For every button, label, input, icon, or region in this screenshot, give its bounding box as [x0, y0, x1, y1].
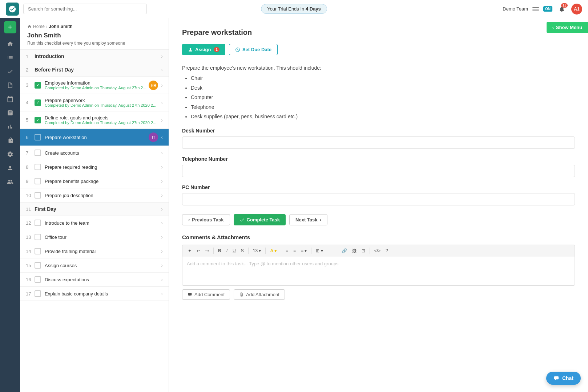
telephone-number-input[interactable]: [182, 165, 575, 177]
user-avatar[interactable]: A1: [571, 4, 582, 15]
notification-bell[interactable]: 11: [557, 4, 567, 14]
task-item-4[interactable]: 4 Prepare paperwork Completed by Demo Ad…: [20, 94, 169, 111]
editor-help[interactable]: ?: [384, 247, 390, 254]
task-checkbox-9[interactable]: [35, 178, 41, 184]
add-comment-button[interactable]: Add Comment: [182, 289, 230, 300]
task-checkbox-4[interactable]: [35, 99, 41, 106]
sidebar-icon-calendar[interactable]: [4, 93, 16, 105]
task-item-5[interactable]: 5 Define role, goals and projects Comple…: [20, 111, 169, 129]
sidebar-icon-check[interactable]: [4, 65, 16, 78]
editor-color[interactable]: A ▾: [268, 247, 278, 254]
task-checkbox-3[interactable]: [35, 82, 41, 89]
pc-number-group: PC Number: [182, 184, 575, 205]
complete-task-button[interactable]: Complete Task: [234, 214, 286, 225]
editor-code[interactable]: </>: [372, 247, 382, 254]
show-menu-button[interactable]: ‹ Show Menu: [547, 22, 588, 33]
task-item-8[interactable]: 8 Prepare required reading ›: [20, 160, 169, 174]
task-checkbox-12[interactable]: [35, 220, 41, 226]
sidebar-icon-document[interactable]: [4, 79, 16, 91]
task-name-10: Prepare job description: [45, 193, 161, 198]
checklist-header: Home / John Smith John Smith Run this ch…: [20, 18, 169, 50]
task-item-14[interactable]: 14 Provide training material ›: [20, 244, 169, 258]
editor-hr[interactable]: —: [326, 247, 334, 254]
chat-button[interactable]: Chat: [546, 372, 581, 385]
editor-underline[interactable]: U: [231, 247, 238, 254]
set-due-date-button[interactable]: Set Due Date: [229, 44, 278, 55]
task-name-7: Create accounts: [45, 150, 161, 156]
task-checkbox-17[interactable]: [35, 290, 41, 297]
task-checkbox-15[interactable]: [35, 262, 41, 269]
section-before-first-day[interactable]: 2 Before First Day ›: [20, 63, 169, 77]
settings-icon[interactable]: [532, 7, 539, 11]
desk-number-group: Desk Number: [182, 128, 575, 149]
on-badge: ON: [543, 6, 552, 12]
task-item-17[interactable]: 17 Explain basic company details ›: [20, 287, 169, 301]
comments-title: Comments & Attachments: [182, 234, 575, 240]
editor-strikethrough[interactable]: S: [239, 247, 246, 254]
task-checkbox-7[interactable]: [35, 150, 41, 156]
editor-redo[interactable]: ↪: [204, 247, 211, 254]
sidebar-icon-chart[interactable]: [4, 121, 16, 133]
editor-magic[interactable]: ✦: [186, 247, 193, 254]
task-item-7[interactable]: 7 Create accounts ›: [20, 146, 169, 160]
section-introduction[interactable]: 1 Introduction ›: [20, 50, 169, 63]
previous-task-button[interactable]: ‹ Previous Task: [182, 214, 230, 225]
editor-font-size[interactable]: 13 ▾: [251, 247, 263, 254]
breadcrumb: Home / John Smith: [27, 24, 161, 29]
pc-number-label: PC Number: [182, 184, 575, 190]
editor-link[interactable]: 🔗: [340, 247, 349, 254]
add-attachment-button[interactable]: Add Attachment: [234, 289, 285, 300]
main-content: ‹ Show Menu Prepare workstation Assign 1…: [169, 18, 588, 392]
search-input[interactable]: [23, 4, 147, 14]
editor-image[interactable]: 🖼: [350, 247, 358, 254]
sidebar-icon-group[interactable]: [4, 176, 16, 188]
editor-ol[interactable]: ≡: [291, 247, 298, 254]
task-item-15[interactable]: 15 Assign courses ›: [20, 258, 169, 273]
sidebar-icon-settings[interactable]: [4, 148, 16, 160]
sidebar-icon-briefcase[interactable]: [4, 134, 16, 147]
task-item-12[interactable]: 12 Introduce to the team ›: [20, 216, 169, 230]
task-item-3[interactable]: 3 Employee information Completed by Demo…: [20, 77, 169, 94]
task-item-9[interactable]: 9 Prepare benefits package ›: [20, 174, 169, 188]
task-checkbox-8[interactable]: [35, 164, 41, 170]
editor-align[interactable]: ≡ ▾: [299, 247, 309, 254]
notification-count: 11: [561, 3, 568, 8]
editor-ul[interactable]: ≡: [284, 247, 290, 254]
task-badge-hr: HR: [149, 81, 158, 90]
task-checkbox-14[interactable]: [35, 248, 41, 254]
task-name-15: Assign courses: [45, 263, 161, 268]
assign-button[interactable]: Assign 1: [182, 44, 225, 55]
editor-embed[interactable]: ⊡: [360, 247, 367, 254]
editor-toolbar: ✦ ↩ ↪ B I U S 13 ▾ A ▾ ≡ ≡ ≡ ▾ ⊞ ▾ —: [182, 245, 575, 257]
task-list-item: Telephone: [191, 103, 575, 111]
sidebar-icon-person[interactable]: [4, 162, 16, 174]
breadcrumb-home[interactable]: Home: [33, 24, 45, 29]
task-name-8: Prepare required reading: [45, 164, 161, 170]
topbar-right: Demo Team ON 11 A1: [503, 4, 582, 15]
task-name-13: Office tour: [45, 234, 161, 240]
next-task-button[interactable]: Next Task ›: [289, 214, 327, 225]
sidebar-icon-clipboard[interactable]: [4, 107, 16, 119]
comment-actions: Add Comment Add Attachment: [182, 289, 575, 300]
pc-number-input[interactable]: [182, 193, 575, 205]
sidebar-icon-list[interactable]: [4, 52, 16, 64]
task-checkbox-16[interactable]: [35, 276, 41, 283]
sidebar-icon-home[interactable]: [4, 38, 16, 50]
task-item-6[interactable]: 6 Prepare workstation IT ‹: [20, 129, 169, 146]
task-item-13[interactable]: 13 Office tour ›: [20, 230, 169, 244]
task-checkbox-6[interactable]: [35, 134, 41, 140]
editor-italic[interactable]: I: [225, 247, 229, 254]
section-first-day[interactable]: 11 First Day ›: [20, 203, 169, 216]
editor-undo[interactable]: ↩: [195, 247, 202, 254]
desk-number-input[interactable]: [182, 136, 575, 149]
editor-bold[interactable]: B: [216, 247, 223, 254]
task-checkbox-10[interactable]: [35, 192, 41, 199]
editor-area[interactable]: Add a comment to this task... Type @ to …: [182, 257, 575, 286]
task-checkbox-5[interactable]: [35, 117, 41, 123]
checklist-list: 1 Introduction › 2 Before First Day › 3 …: [20, 50, 169, 392]
task-item-16[interactable]: 16 Discuss expectations ›: [20, 273, 169, 287]
task-item-10[interactable]: 10 Prepare job description ›: [20, 188, 169, 203]
editor-table[interactable]: ⊞ ▾: [314, 247, 325, 254]
add-button[interactable]: +: [4, 21, 16, 33]
task-checkbox-13[interactable]: [35, 234, 41, 240]
